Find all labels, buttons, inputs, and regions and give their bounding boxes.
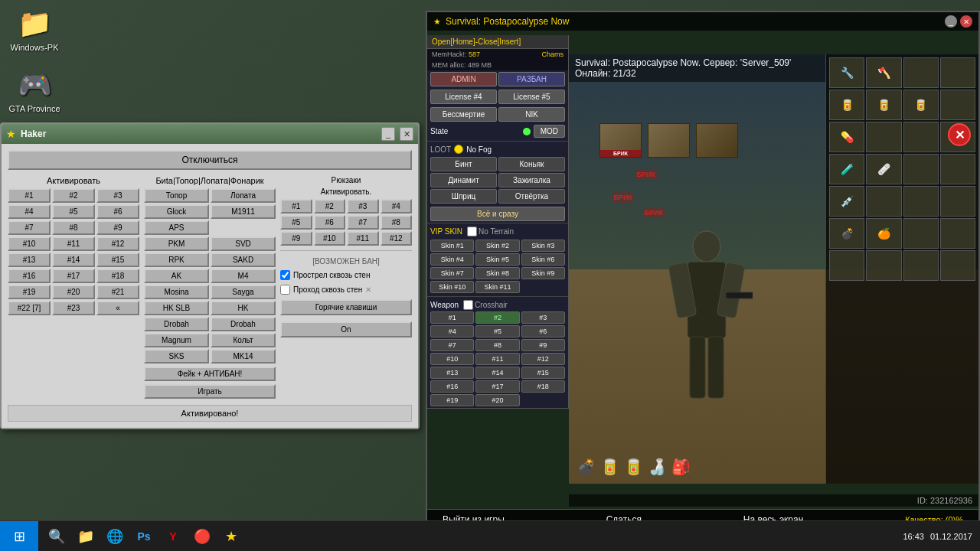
weapon-magnum[interactable]: Magnum [144, 333, 209, 347]
bp-6[interactable]: #6 [314, 215, 346, 230]
bp-5[interactable]: #5 [280, 215, 312, 230]
taskbar-yandex-icon[interactable]: Y [161, 524, 185, 549]
bp-8[interactable]: #8 [381, 215, 413, 230]
konyak-button[interactable]: Коньяк [498, 157, 565, 171]
weapon-rpk[interactable]: RPK [144, 253, 209, 267]
inv-slot-17[interactable]: 💉 [829, 186, 864, 217]
bp-12[interactable]: #12 [381, 231, 413, 246]
weapon-sayga[interactable]: Sayga [211, 285, 276, 299]
w-2[interactable]: #2 [475, 311, 519, 324]
inv-slot-22[interactable]: 🍊 [866, 218, 901, 249]
weapon-ak[interactable]: AK [144, 269, 209, 283]
weapon-fake-antiban[interactable]: Фейк + АНТИБАН! [144, 367, 276, 381]
zazhigalka-button[interactable]: Зажигалка [498, 173, 565, 187]
inv-slot-6[interactable]: 🥫 [866, 90, 901, 120]
num-btn-14[interactable]: #14 [52, 253, 95, 267]
game-close-btn[interactable]: ✕ [960, 15, 972, 28]
dinamit-button[interactable]: Динамит [430, 173, 497, 187]
inv-slot-1[interactable]: 🔧 [829, 57, 864, 88]
weapon-hk-slb[interactable]: HK SLB [144, 301, 209, 315]
weapon-hk[interactable]: HK [211, 301, 276, 315]
weapon-play[interactable]: Играть [144, 384, 276, 399]
weapon-drobah1[interactable]: Drobah [144, 317, 209, 331]
w-14[interactable]: #14 [475, 367, 519, 379]
close-x-button[interactable]: ✕ [948, 123, 971, 146]
inv-slot-11[interactable] [903, 122, 939, 152]
bp-9[interactable]: #9 [280, 231, 312, 246]
skin-2[interactable]: Skin #2 [475, 240, 519, 252]
inv-slot-19[interactable] [903, 186, 939, 217]
weapon-drobah2[interactable]: Drobah [211, 317, 276, 331]
bp-2[interactable]: #2 [314, 199, 346, 214]
w-9[interactable]: #9 [521, 339, 565, 351]
weapon-mk14[interactable]: MK14 [211, 349, 276, 364]
w-20[interactable]: #20 [475, 394, 519, 406]
inv-slot-8[interactable] [940, 90, 975, 120]
inv-slot-10[interactable] [866, 122, 901, 152]
inv-slot-18[interactable] [866, 186, 901, 217]
inv-slot-5[interactable]: 🥫 [829, 90, 864, 120]
hotkeys-button[interactable]: Горячие клавиши [280, 299, 412, 315]
disconnect-button[interactable]: Отключиться [8, 150, 412, 170]
nik-button[interactable]: NIK [498, 107, 565, 122]
taskbar-star-icon[interactable]: ★ [219, 524, 243, 549]
bint-button[interactable]: Бинт [430, 157, 497, 171]
w-6[interactable]: #6 [521, 325, 565, 337]
num-btn-5[interactable]: #5 [52, 204, 95, 219]
weapon-topor[interactable]: Топор [144, 188, 209, 203]
num-btn-4[interactable]: #4 [8, 204, 51, 219]
weapon-pkm[interactable]: PKM [144, 236, 209, 251]
num-btn-19[interactable]: #19 [8, 285, 51, 299]
w-16[interactable]: #16 [430, 380, 474, 393]
w-11[interactable]: #11 [475, 353, 519, 365]
bessmertie-button[interactable]: Бессмертие [430, 107, 497, 122]
razban-button[interactable]: РАЗБАН [498, 72, 565, 86]
weapon-sks[interactable]: SKS [144, 349, 209, 364]
weapon-colt[interactable]: Кольт [211, 333, 276, 347]
skin-10[interactable]: Skin #10 [430, 281, 474, 293]
w-3[interactable]: #3 [521, 311, 565, 324]
weapon-svd[interactable]: SVD [211, 236, 276, 251]
num-btn-1[interactable]: #1 [8, 188, 51, 203]
num-btn-7[interactable]: #7 [8, 220, 51, 235]
haker-minimize-btn[interactable]: _ [381, 127, 395, 141]
inv-slot-4[interactable] [940, 57, 975, 88]
bp-7[interactable]: #7 [347, 215, 379, 230]
taskbar-file-icon[interactable]: 📁 [74, 524, 98, 549]
num-btn-23[interactable]: #23 [52, 301, 95, 315]
inv-slot-23[interactable] [903, 218, 939, 249]
inv-slot-3[interactable] [903, 57, 939, 88]
all-crash-button[interactable]: Всё и сразу [430, 207, 565, 221]
weapon-m4[interactable]: M4 [211, 269, 276, 283]
mod-button[interactable]: MOD [534, 125, 565, 138]
hack-scroll[interactable]: Open[Home]-Close[Insert] MemHack!: 587 C… [427, 35, 568, 408]
num-btn-prev[interactable]: « [96, 301, 139, 315]
num-btn-16[interactable]: #16 [8, 269, 51, 283]
w-7[interactable]: #7 [430, 339, 474, 351]
bp-1[interactable]: #1 [280, 199, 312, 214]
num-btn-18[interactable]: #18 [96, 269, 139, 283]
bp-10[interactable]: #10 [314, 231, 346, 246]
desktop-icon-gta-province[interactable]: 🎮 GTA Province [8, 69, 61, 113]
bp-11[interactable]: #11 [347, 231, 379, 246]
inv-slot-15[interactable] [903, 154, 939, 184]
crosshair-checkbox[interactable] [463, 300, 473, 310]
bp-3[interactable]: #3 [347, 199, 379, 214]
haker-close-btn[interactable]: ✕ [400, 127, 413, 141]
num-btn-21[interactable]: #21 [96, 285, 139, 299]
taskbar-ps-icon[interactable]: Ps [132, 524, 156, 549]
close-walls-btn[interactable]: ✕ [365, 285, 371, 294]
num-btn-9[interactable]: #9 [96, 220, 139, 235]
license4-button[interactable]: License #4 [430, 90, 497, 104]
taskbar-search-icon[interactable]: 🔍 [44, 524, 69, 549]
w-12[interactable]: #12 [521, 353, 565, 365]
w-15[interactable]: #15 [521, 367, 565, 379]
w-5[interactable]: #5 [475, 325, 519, 337]
num-btn-8[interactable]: #8 [52, 220, 95, 235]
inv-slot-13[interactable]: 🧪 [829, 154, 864, 184]
w-1[interactable]: #1 [430, 311, 474, 324]
taskbar-red-icon[interactable]: 🔴 [190, 524, 214, 549]
num-btn-11[interactable]: #11 [52, 236, 95, 251]
num-btn-10[interactable]: #10 [8, 236, 51, 251]
inv-slot-28[interactable] [940, 250, 975, 281]
